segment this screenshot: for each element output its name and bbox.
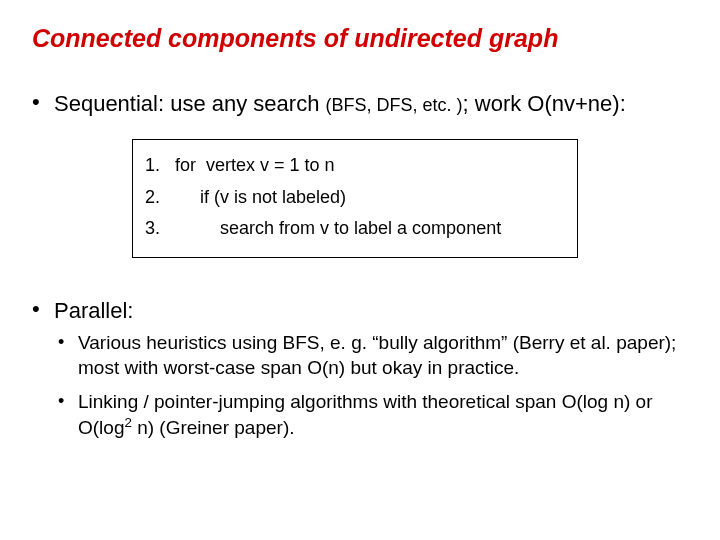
sub-bullet-linking: Linking / pointer-jumping algorithms wit… xyxy=(54,389,692,442)
pseudocode-line-2: 2. if (v is not labeled) xyxy=(145,182,565,214)
bullet-parallel: Parallel: Various heuristics using BFS, … xyxy=(28,298,692,442)
bullet-sequential-paren: (BFS, DFS, etc. ) xyxy=(326,95,463,115)
bullet-parallel-label: Parallel: xyxy=(54,298,133,323)
bullet-sequential-tail: ; work O(nv+ne): xyxy=(463,91,626,116)
bullet-sequential-lead: Sequential: use any search xyxy=(54,91,326,116)
bullet-sequential: Sequential: use any search (BFS, DFS, et… xyxy=(28,91,692,258)
sub-bullet-list: Various heuristics using BFS, e. g. “bul… xyxy=(54,330,692,442)
slide-title: Connected components of undirected graph xyxy=(32,24,692,53)
slide: Connected components of undirected graph… xyxy=(0,0,720,540)
bullet-list: Sequential: use any search (BFS, DFS, et… xyxy=(28,91,692,441)
sub-bullet-linking-b: n) (Greiner paper). xyxy=(132,418,295,439)
superscript-2: 2 xyxy=(124,415,131,430)
pseudocode-line-3: 3. search from v to label a component xyxy=(145,213,565,245)
pseudocode-line-1: 1. for vertex v = 1 to n xyxy=(145,150,565,182)
sub-bullet-heuristics: Various heuristics using BFS, e. g. “bul… xyxy=(54,330,692,381)
pseudocode-box: 1. for vertex v = 1 to n 2. if (v is not… xyxy=(132,139,578,258)
